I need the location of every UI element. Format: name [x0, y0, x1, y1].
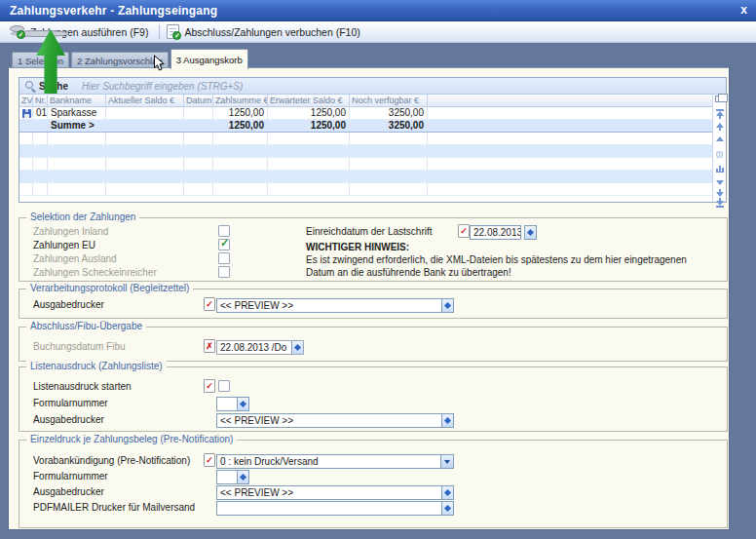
ausgabedrucker-label: Ausgabedrucker [33, 486, 104, 497]
aktueller-saldo-cell [106, 107, 184, 119]
ausgabedrucker-label: Ausgabedrucker [33, 299, 104, 310]
group-selektion: Selektion der Zahlungen Zahlungen Inland… [19, 217, 728, 282]
close-button[interactable]: x [740, 3, 747, 17]
checkbox-scheckeinreicher[interactable] [218, 266, 230, 278]
checkbox-label-inland: Zahlungen Inland [33, 226, 108, 237]
current-record-icon[interactable]: (|) [715, 150, 724, 158]
mouse-cursor [153, 55, 166, 72]
summe-label-cell: Summe > [48, 120, 106, 132]
einreichdatum-field[interactable]: 22.08.2013 [470, 225, 521, 240]
summe-zahlsumme-cell: 1250,00 [213, 120, 268, 132]
checkbox-label-scheck: Zahlungen Scheckeinreicher [33, 267, 157, 278]
group-verarbeitungsprotokoll-title: Verarbeitungsprotokoll (Begleitzettel) [26, 283, 193, 293]
table-row-sparkasse[interactable]: 01 Sparkasse 1250,00 1250,00 3250,00 [19, 107, 712, 120]
checkbox-ausland[interactable] [218, 252, 230, 264]
book-payments-button[interactable]: ✓ Abschluss/Zahlungen verbuchen (F10) [163, 22, 367, 42]
tab-ausgangskorb[interactable]: 3 Ausgangskorb [170, 49, 248, 69]
checkbox-label-ausland: Zahlungen Ausland [33, 253, 117, 264]
ausgabedrucker-label: Ausgabedrucker [33, 414, 104, 425]
vorabankuendigung-select[interactable]: 0 : kein Druck/Versand [216, 454, 454, 469]
field-edit-icon[interactable]: ✓ [204, 379, 215, 393]
field-edit-icon[interactable]: ✓ [204, 453, 215, 467]
column-header-noch-verfuegbar[interactable]: Noch verfügbar € [350, 95, 428, 106]
ausgabedrucker-select[interactable]: << PREVIEW >> [216, 485, 454, 500]
hinweis-line1: Es ist zwingend erforderlich, die XML-Da… [306, 254, 687, 265]
move-up-icon[interactable] [715, 123, 724, 131]
buchungsdatum-field[interactable]: 22.08.2013 /Do [216, 340, 304, 355]
empty-row [19, 171, 712, 183]
step-up-icon[interactable] [715, 136, 724, 141]
column-header-datum[interactable]: Datum [184, 95, 213, 106]
execute-payments-button[interactable]: ✓ Zahlungen ausführen (F9) [6, 22, 156, 42]
spinner-icon[interactable] [441, 414, 453, 427]
column-header-zahlsumme[interactable]: Zahlsumme € [213, 95, 268, 106]
spinner-icon[interactable] [441, 502, 453, 515]
group-listenausdruck: Listenausdruck (Zahlungsliste) Listenaus… [19, 366, 728, 432]
group-verarbeitungsprotokoll: Verarbeitungsprotokoll (Begleitzettel) A… [19, 289, 728, 319]
book-payments-label: Abschluss/Zahlungen verbuchen (F10) [184, 26, 359, 38]
formularnummer-field[interactable] [216, 470, 249, 484]
column-header-erwarteter-saldo[interactable]: Erwarteter Saldo € [268, 95, 350, 106]
checkbox-eu[interactable] [218, 239, 230, 250]
row-type-cell [19, 107, 33, 119]
chart-icon[interactable] [715, 165, 724, 173]
field-edit-icon[interactable]: ✓ [458, 224, 470, 238]
document-check-icon: ✓ [167, 24, 179, 39]
listenausdruck-starten-checkbox[interactable] [218, 380, 230, 392]
column-header-bankname[interactable]: Bankname [48, 95, 106, 106]
pdfmailer-field[interactable] [216, 501, 454, 516]
spinner-icon[interactable] [441, 486, 453, 499]
coins-check-icon: ✓ [10, 24, 25, 39]
app-window: Zahlungsverkehr - Zahlungseingang x ✓ Za… [0, 0, 756, 539]
search-placeholder: Hier Suchbegriff eingeben (STRG+S) [82, 81, 243, 92]
bankname-cell: Sparkasse [48, 107, 106, 119]
grid-nav-strip: (|) [712, 95, 726, 202]
window-title: Zahlungsverkehr - Zahlungseingang [10, 4, 217, 18]
formularnummer-label: Formularnummer [33, 471, 108, 481]
scroll-to-top-icon[interactable] [715, 109, 724, 119]
bank-grid: Suche Hier Suchbegriff eingeben (STRG+S)… [19, 77, 727, 203]
datum-cell [184, 107, 213, 119]
erwarteter-saldo-cell: 1250,00 [268, 107, 350, 119]
listenausdruck-starten-label: Listenausdruck starten [33, 381, 132, 392]
spinner-icon[interactable] [237, 398, 248, 410]
field-edit-icon[interactable]: ✓ [204, 297, 215, 311]
step-down-icon[interactable] [715, 180, 724, 185]
noch-verfuegbar-cell: 3250,00 [350, 107, 428, 119]
checkbox-inland[interactable] [218, 225, 230, 237]
einreichdatum-spinner[interactable] [524, 225, 537, 240]
summe-noch-verfuegbar-cell: 3250,00 [350, 120, 428, 132]
grid-search-row[interactable]: Suche Hier Suchbegriff eingeben (STRG+S) [19, 78, 726, 95]
field-locked-icon[interactable]: ✗ [204, 339, 215, 353]
column-header-aktueller-saldo[interactable]: Aktueller Saldo € [106, 95, 184, 106]
spinner-icon[interactable] [237, 471, 248, 483]
spinner-icon[interactable] [291, 341, 303, 354]
zahlsumme-cell: 1250,00 [213, 107, 268, 119]
group-abschluss-fibu: Abschluss/Fibu-Übergabe Buchungsdatum Fi… [19, 327, 728, 362]
hinweis-title: WICHTIGER HINWEIS: [306, 242, 409, 252]
empty-row [19, 183, 712, 196]
column-header-zv[interactable]: ZV [19, 95, 33, 106]
empty-row [19, 158, 712, 171]
group-einzeldruck-title: Einzeldruck je Zahlungsbeleg (Pre-Notifi… [26, 434, 237, 444]
formularnummer-field[interactable] [216, 397, 249, 411]
toolbar-separator [159, 24, 160, 39]
einreichdatum-label: Einreichdatum der Lastschrift [306, 226, 433, 237]
empty-row [19, 133, 712, 145]
group-listenausdruck-title: Listenausdruck (Zahlungsliste) [26, 361, 167, 371]
ausgabedrucker-select[interactable]: << PREVIEW >> [216, 298, 454, 313]
content-panel: Suche Hier Suchbegriff eingeben (STRG+S)… [8, 67, 730, 530]
column-chooser-icon[interactable] [715, 96, 723, 102]
scroll-to-bottom-icon[interactable] [715, 198, 724, 208]
group-abschluss-title: Abschluss/Fibu-Übergabe [26, 321, 146, 331]
dropdown-arrow-icon[interactable] [440, 455, 453, 468]
move-down-icon[interactable] [715, 189, 724, 197]
grid-body: ZV Nr. Bankname Aktueller Saldo € Datum … [19, 95, 712, 202]
ausgabedrucker-select[interactable]: << PREVIEW >> [216, 413, 454, 428]
search-icon [25, 81, 33, 89]
grid-header-row[interactable]: ZV Nr. Bankname Aktueller Saldo € Datum … [19, 95, 712, 107]
spinner-icon[interactable] [441, 299, 453, 312]
column-header-nr[interactable]: Nr. [33, 95, 48, 106]
title-bar: Zahlungsverkehr - Zahlungseingang x [0, 0, 756, 21]
summe-erwarteter-saldo-cell: 1250,00 [268, 120, 350, 132]
